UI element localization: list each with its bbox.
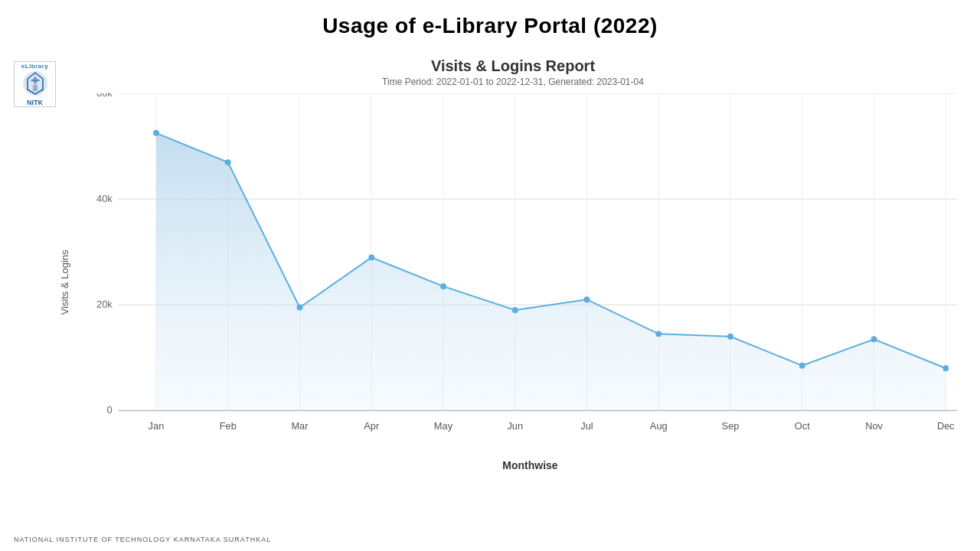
x-label-feb: Feb	[220, 420, 237, 432]
data-point-jan	[153, 130, 159, 136]
x-label-jan: Jan	[149, 420, 165, 432]
logo-area: eLibrary NITK	[14, 61, 56, 107]
data-point-jul	[584, 296, 590, 302]
x-label-nov: Nov	[865, 420, 883, 432]
data-point-mar	[297, 305, 303, 311]
data-point-aug	[655, 331, 662, 337]
page-title: Usage of e-Library Portal (2022)	[0, 0, 980, 46]
chart-title: Visits & Logins Report	[61, 57, 965, 75]
data-point-may	[440, 283, 446, 289]
chart-svg: 0 20k 40k 60k	[96, 93, 965, 456]
x-label-aug: Aug	[650, 420, 668, 432]
svg-text:0: 0	[107, 404, 113, 416]
x-label-jul: Jul	[580, 420, 593, 432]
x-label-may: May	[434, 420, 453, 432]
data-point-dec	[942, 365, 949, 371]
svg-text:60k: 60k	[96, 93, 113, 99]
chart-container: Visits & Logins Report Time Period: 2022…	[61, 57, 965, 509]
x-label-oct: Oct	[795, 420, 810, 432]
x-label-jun: Jun	[507, 420, 523, 432]
data-point-jun	[512, 307, 518, 313]
svg-rect-2	[33, 85, 38, 91]
x-label-mar: Mar	[291, 420, 309, 432]
data-point-sep	[727, 334, 733, 340]
logo-top-label: eLibrary	[21, 63, 49, 70]
svg-text:20k: 20k	[96, 298, 113, 310]
svg-text:40k: 40k	[96, 193, 113, 204]
x-label-dec: Dec	[937, 420, 955, 432]
footer-text: NATIONAL INSTITUTE OF TECHNOLOGY KARNATA…	[14, 536, 271, 543]
logo-emblem	[21, 70, 49, 97]
chart-subtitle: Time Period: 2022-01-01 to 2022-12-31, G…	[61, 77, 965, 87]
chart-header: Visits & Logins Report Time Period: 2022…	[61, 57, 965, 87]
x-axis-label: Monthwise	[96, 459, 965, 471]
data-point-nov	[871, 336, 877, 342]
x-label-apr: Apr	[364, 420, 380, 432]
data-point-oct	[799, 363, 805, 369]
chart-svg-wrapper: 0 20k 40k 60k	[96, 93, 965, 456]
logo-bottom-label: NITK	[27, 99, 43, 106]
chart-area-fill	[156, 133, 946, 411]
logo-box: eLibrary NITK	[14, 61, 56, 107]
x-label-sep: Sep	[722, 420, 740, 432]
y-axis-label: Visits & Logins	[59, 249, 70, 315]
chart-area: Visits & Logins 0 20k 40k 60k	[61, 93, 965, 471]
data-point-feb	[225, 159, 231, 165]
data-point-apr	[368, 254, 374, 260]
